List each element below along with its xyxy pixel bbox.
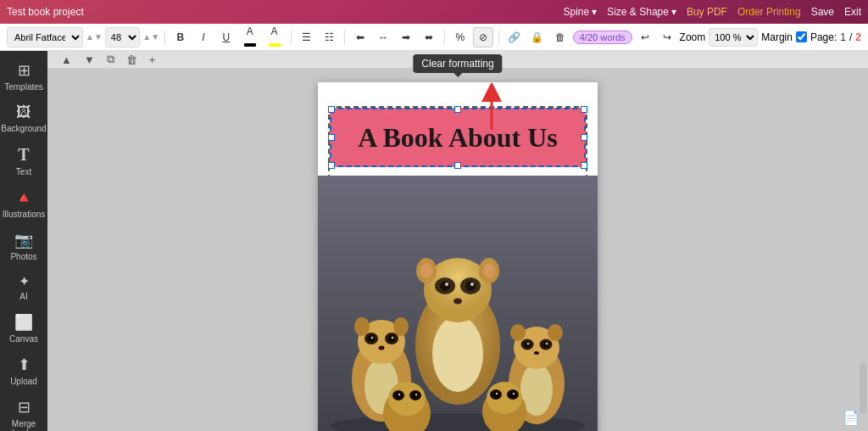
- link-button[interactable]: 🔗: [504, 27, 525, 48]
- sep1: [164, 30, 165, 45]
- svg-point-26: [379, 346, 385, 350]
- align-right-button[interactable]: ➡: [396, 27, 416, 48]
- resize-handle-bottom-center[interactable]: [454, 162, 461, 169]
- svg-point-10: [445, 283, 448, 286]
- sidebar-item-label: Merge books: [6, 419, 42, 431]
- italic-button[interactable]: I: [193, 27, 214, 48]
- align-left-button[interactable]: ⬅: [350, 27, 370, 48]
- photo-area[interactable]: [318, 176, 598, 431]
- resize-handle-top-left[interactable]: [328, 106, 335, 113]
- illustrations-icon: 🔺: [14, 188, 33, 207]
- svg-point-38: [534, 351, 539, 355]
- font-family-select[interactable]: Abril Fatface: [7, 27, 83, 48]
- svg-point-28: [393, 317, 409, 336]
- word-count-badge: 4/20 words: [573, 31, 632, 44]
- app-title: Test book project: [7, 6, 84, 18]
- spine-button[interactable]: Spine ▾: [563, 6, 597, 18]
- sidebar-bottom: ⊟ Merge books English: [3, 393, 45, 431]
- add-button[interactable]: +: [146, 52, 159, 68]
- main-area: ⊞ Templates 🖼 Background T Text 🔺 Illust…: [0, 51, 868, 431]
- clear-formatting-button[interactable]: ⊘: [473, 27, 493, 48]
- page-current: 1: [840, 31, 846, 43]
- sidebar-item-merge[interactable]: ⊟ Merge books: [3, 393, 45, 431]
- underline-button[interactable]: U: [216, 27, 236, 48]
- sub-toolbar: ▲ ▼ ⧉ 🗑 +: [47, 51, 868, 69]
- align-justify-button[interactable]: ⬌: [419, 27, 439, 48]
- font-size-select[interactable]: 48: [105, 27, 141, 48]
- svg-point-12: [453, 299, 462, 305]
- exit-button[interactable]: Exit: [844, 6, 861, 18]
- resize-handle-bottom-left[interactable]: [328, 162, 335, 169]
- sidebar-item-label: Photos: [10, 252, 36, 261]
- toolbar: Abril Fatface ▲▼ 48 ▲▼ B I U A A ☰ ☷ ⬅ ↔…: [0, 24, 868, 51]
- sidebar-item-ai[interactable]: ✦ AI: [3, 268, 45, 306]
- zoom-select[interactable]: 100 %: [709, 28, 758, 47]
- font-color-button[interactable]: A: [239, 27, 261, 48]
- size-shape-button[interactable]: Size & Shape ▾: [607, 6, 676, 18]
- margin-checkbox[interactable]: [796, 31, 807, 42]
- sidebar-item-background[interactable]: 🖼 Background: [3, 98, 45, 138]
- order-printing-button[interactable]: Order Printing: [737, 6, 801, 18]
- vertical-scrollbar[interactable]: [860, 363, 866, 414]
- svg-point-46: [413, 393, 419, 399]
- resize-handle-top-center[interactable]: [454, 106, 461, 113]
- svg-point-16: [483, 263, 495, 278]
- page-view-icon[interactable]: 📄: [843, 410, 860, 426]
- resize-handle-middle-right[interactable]: [581, 134, 587, 141]
- svg-point-15: [420, 263, 432, 278]
- svg-point-55: [496, 393, 498, 395]
- canvas-icon: ⬜: [14, 313, 33, 332]
- meerkat-illustration: [318, 176, 598, 431]
- photos-icon: 📷: [14, 231, 33, 249]
- move-down-button[interactable]: ▼: [81, 52, 98, 68]
- redo-button[interactable]: ↪: [657, 27, 677, 48]
- sidebar-item-photos[interactable]: 📷 Photos: [3, 226, 45, 266]
- undo-button[interactable]: ↩: [635, 27, 655, 48]
- strikethrough-button[interactable]: %: [450, 27, 470, 48]
- book-page[interactable]: A Book About Us: [318, 82, 598, 431]
- eraser-icon: ⊘: [479, 31, 487, 43]
- resize-handle-top-right[interactable]: [581, 106, 587, 113]
- svg-point-24: [371, 337, 374, 339]
- sep4: [444, 30, 445, 45]
- move-up-button[interactable]: ▲: [58, 52, 75, 68]
- sep5: [498, 30, 499, 45]
- background-icon: 🖼: [16, 104, 31, 121]
- text-box-content: A Book About Us: [358, 122, 558, 154]
- sep2: [291, 30, 292, 45]
- sidebar-item-upload[interactable]: ⬆ Upload: [3, 350, 45, 391]
- copy-button[interactable]: ⧉: [103, 51, 118, 68]
- svg-point-53: [493, 392, 499, 398]
- svg-point-11: [470, 283, 474, 286]
- templates-icon: ⊞: [18, 61, 31, 80]
- unordered-list-button[interactable]: ☰: [296, 27, 316, 48]
- top-bar: Test book project Spine ▾ Size & Shape ▾…: [0, 0, 868, 24]
- zoom-area: Zoom 100 % Margin Page: 1 / 2: [680, 28, 861, 47]
- svg-point-39: [510, 324, 526, 341]
- svg-point-37: [546, 343, 548, 345]
- sidebar-item-canvas[interactable]: ⬜ Canvas: [3, 308, 45, 349]
- sidebar-item-templates[interactable]: ⊞ Templates: [3, 56, 45, 97]
- buy-pdf-button[interactable]: Buy PDF: [687, 6, 727, 18]
- resize-handle-middle-left[interactable]: [328, 134, 335, 141]
- text-box[interactable]: A Book About Us: [330, 108, 586, 167]
- sidebar-item-label: Upload: [10, 377, 37, 386]
- delete-button[interactable]: 🗑: [550, 27, 570, 48]
- delete-element-button[interactable]: 🗑: [123, 52, 141, 68]
- lock-button[interactable]: 🔒: [527, 27, 548, 48]
- page-separator: /: [849, 31, 852, 43]
- margin-label: Margin: [761, 31, 793, 43]
- highlight-color-button[interactable]: A: [264, 27, 286, 48]
- svg-point-27: [354, 317, 370, 336]
- resize-handle-bottom-right[interactable]: [581, 162, 587, 169]
- ordered-list-button[interactable]: ☷: [319, 27, 339, 48]
- sidebar-item-text[interactable]: T Text: [3, 140, 45, 182]
- sidebar-item-illustrations[interactable]: 🔺 Illustrations: [3, 183, 45, 224]
- svg-point-48: [415, 394, 417, 395]
- bold-button[interactable]: B: [170, 27, 191, 48]
- canvas-area[interactable]: Clear formatting ▲ ▼ ⧉ 🗑 +: [47, 51, 868, 431]
- sep3: [344, 30, 345, 45]
- undo-redo-group: ↩ ↪: [635, 27, 677, 48]
- save-button[interactable]: Save: [811, 6, 834, 18]
- align-center-button[interactable]: ↔: [373, 27, 393, 48]
